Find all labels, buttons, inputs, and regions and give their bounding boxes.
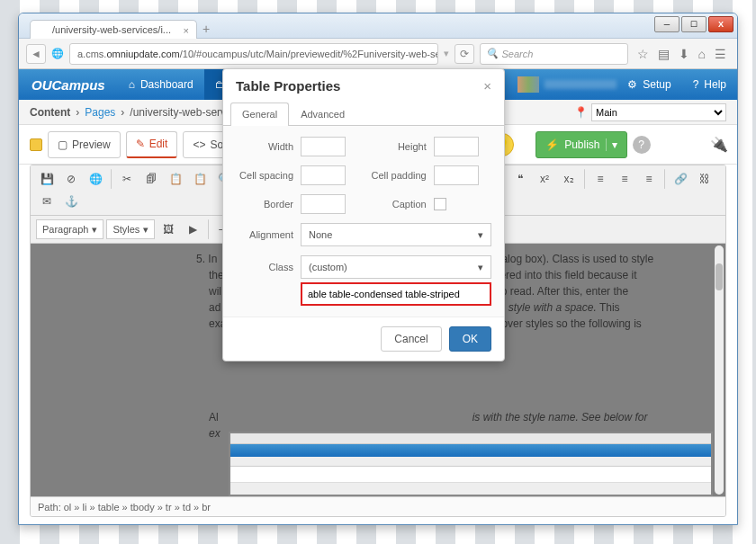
- app-logo: OUCampus: [19, 77, 118, 93]
- cancel-button[interactable]: Cancel: [381, 326, 441, 352]
- ok-button[interactable]: OK: [449, 326, 491, 352]
- caption-checkbox[interactable]: [434, 198, 446, 210]
- anchor-icon[interactable]: ⚓: [60, 192, 82, 211]
- toolbar-help-icon[interactable]: ?: [633, 136, 651, 154]
- nav-setup[interactable]: ⚙Setup: [616, 69, 681, 100]
- width-input[interactable]: [301, 137, 346, 156]
- styles-select[interactable]: Styles ▾: [106, 219, 155, 239]
- subscript-icon[interactable]: x₂: [558, 169, 580, 189]
- border-input[interactable]: [301, 194, 346, 214]
- superscript-icon[interactable]: x²: [534, 169, 555, 189]
- home-icon: ⌂: [129, 78, 135, 91]
- search-icon: 🔍: [486, 48, 499, 59]
- browser-tab[interactable]: /university-web-services/i... ×: [30, 20, 197, 39]
- paste-icon[interactable]: 📋: [165, 169, 186, 189]
- preview-button[interactable]: ▢ Preview: [48, 131, 121, 158]
- tab-general[interactable]: General: [230, 103, 289, 126]
- mailto-icon[interactable]: ✉: [36, 192, 58, 211]
- class-select[interactable]: (custom)▾: [301, 255, 491, 279]
- search-field[interactable]: 🔍 Search: [480, 43, 628, 65]
- modal-close-icon[interactable]: ×: [483, 78, 491, 94]
- bookmark-icon[interactable]: ☆: [637, 47, 649, 61]
- cellpadding-input[interactable]: [434, 165, 479, 185]
- new-tab-button[interactable]: +: [202, 22, 210, 36]
- modal-title: Table Properties: [236, 78, 340, 94]
- nav-help[interactable]: ?Help: [682, 69, 737, 100]
- height-input[interactable]: [434, 137, 479, 156]
- url-bar: ◄ 🌐 a.cms.omniupdate.com/10/#oucampus/ut…: [19, 39, 737, 69]
- close-window-button[interactable]: X: [708, 16, 734, 32]
- home-icon[interactable]: ⌂: [698, 47, 706, 61]
- menu-icon[interactable]: ☰: [715, 47, 726, 61]
- url-field[interactable]: a.cms.omniupdate.com/10/#oucampus/utc/Ma…: [69, 43, 438, 65]
- location-pin-icon: 📍: [574, 106, 588, 119]
- location-select[interactable]: Main: [591, 103, 726, 121]
- browser-titlebar: /university-web-services/i... × + ─ ☐ X: [19, 13, 737, 39]
- element-path[interactable]: Path: ol » li » table » tbody » tr » td …: [31, 496, 725, 516]
- help-icon: ?: [693, 78, 699, 91]
- user-avatar[interactable]: [518, 76, 539, 93]
- dropdown-icon[interactable]: ▾: [444, 48, 449, 59]
- minimize-button[interactable]: ─: [654, 16, 680, 32]
- tab-advanced[interactable]: Advanced: [289, 103, 356, 125]
- checkout-indicator[interactable]: [30, 138, 42, 151]
- gear-icon: ⚙: [627, 78, 637, 91]
- paste-text-icon[interactable]: 📋: [189, 169, 211, 189]
- media-icon[interactable]: ▶: [182, 219, 203, 239]
- save-icon[interactable]: 💾: [36, 169, 58, 189]
- cut-icon[interactable]: ✂: [116, 169, 138, 189]
- link-icon[interactable]: 🔗: [670, 169, 691, 189]
- image-icon[interactable]: 🖼: [158, 219, 179, 239]
- user-name-blurred: [544, 80, 616, 89]
- breadcrumb-pages[interactable]: Pages: [85, 106, 115, 119]
- download-icon[interactable]: ⬇: [679, 47, 689, 61]
- plug-icon[interactable]: 🔌: [710, 136, 728, 153]
- align-left-icon[interactable]: ≡: [590, 169, 611, 189]
- align-center-icon[interactable]: ≡: [614, 169, 635, 189]
- globe-icon[interactable]: 🌐: [85, 169, 106, 189]
- publish-button[interactable]: ⚡ Publish ▾: [536, 131, 626, 158]
- clipboard-icon[interactable]: ▤: [658, 47, 670, 61]
- blockquote-icon[interactable]: ❝: [509, 169, 531, 189]
- paragraph-select[interactable]: Paragraph ▾: [36, 219, 104, 239]
- tab-title: /university-web-services/i...: [52, 24, 171, 35]
- edit-button[interactable]: ✎ Edit: [126, 131, 178, 158]
- back-button[interactable]: ◄: [26, 44, 46, 64]
- cancel-icon[interactable]: ⊘: [60, 169, 82, 189]
- close-tab-icon[interactable]: ×: [184, 25, 189, 36]
- cellspacing-input[interactable]: [301, 165, 346, 185]
- globe-icon: 🌐: [51, 48, 64, 59]
- maximize-button[interactable]: ☐: [681, 16, 706, 32]
- unlink-icon[interactable]: ⛓: [694, 169, 716, 189]
- copy-icon[interactable]: 🗐: [140, 169, 162, 189]
- reload-button[interactable]: ⟳: [454, 44, 474, 64]
- class-text-input[interactable]: able table-condensed table-striped: [301, 282, 491, 306]
- scrollbar[interactable]: [715, 245, 724, 495]
- alignment-select[interactable]: None▾: [301, 223, 491, 246]
- table-properties-modal: Table Properties × General Advanced Widt…: [222, 68, 505, 361]
- nested-screenshot: [229, 432, 713, 496]
- align-right-icon[interactable]: ≡: [638, 169, 660, 189]
- nav-dashboard[interactable]: ⌂Dashboard: [118, 69, 204, 100]
